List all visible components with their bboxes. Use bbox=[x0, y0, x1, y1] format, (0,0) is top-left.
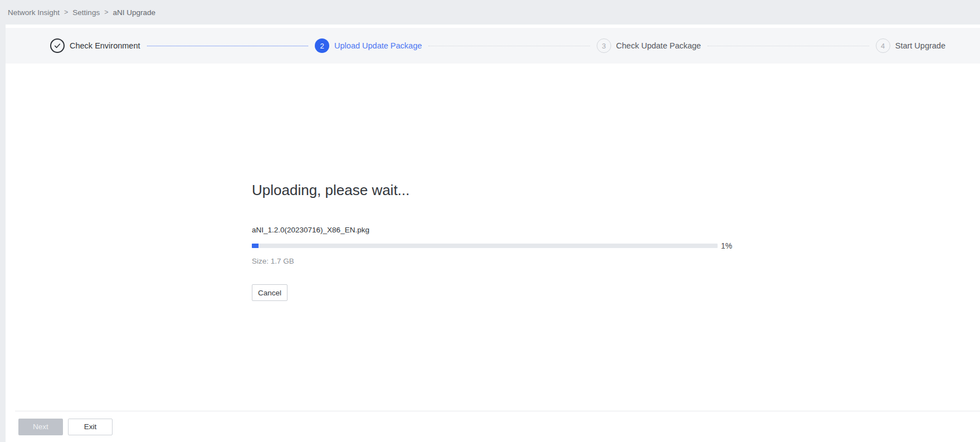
step-label-start-upgrade: Start Upgrade bbox=[895, 41, 945, 50]
check-icon bbox=[50, 38, 65, 53]
step-connector bbox=[147, 46, 309, 46]
content-panel: Check Environment 2 Upload Update Packag… bbox=[6, 25, 980, 442]
breadcrumb-item-network-insight[interactable]: Network Insight bbox=[8, 8, 60, 17]
breadcrumb: Network Insight > Settings > aNI Upgrade bbox=[0, 0, 980, 25]
step-number-badge: 2 bbox=[315, 38, 329, 53]
upload-status-heading: Uploading, please wait... bbox=[252, 64, 980, 199]
page: Network Insight > Settings > aNI Upgrade… bbox=[0, 0, 980, 442]
progress-percent-label: 1% bbox=[721, 241, 732, 250]
exit-button[interactable]: Exit bbox=[68, 419, 113, 435]
breadcrumb-item-ani-upgrade: aNI Upgrade bbox=[113, 8, 155, 17]
step-number-badge: 4 bbox=[876, 38, 890, 53]
progress-bar bbox=[252, 244, 718, 248]
footer-bar: Next Exit bbox=[15, 411, 980, 442]
next-button[interactable]: Next bbox=[18, 419, 63, 435]
file-size-label: Size: 1.7 GB bbox=[252, 257, 980, 265]
step-start-upgrade: 4 Start Upgrade bbox=[876, 38, 945, 53]
cancel-button[interactable]: Cancel bbox=[252, 284, 287, 301]
step-label-check-update-package: Check Update Package bbox=[616, 41, 701, 50]
breadcrumb-separator: > bbox=[104, 8, 108, 16]
step-check-environment: Check Environment bbox=[50, 38, 140, 53]
step-upload-update-package: 2 Upload Update Package bbox=[315, 38, 422, 53]
step-connector bbox=[708, 46, 869, 46]
step-number-badge: 3 bbox=[597, 38, 611, 53]
upload-content: Uploading, please wait... aNI_1.2.0(2023… bbox=[6, 64, 980, 411]
step-label-upload-update-package: Upload Update Package bbox=[334, 41, 422, 50]
breadcrumb-separator: > bbox=[64, 8, 68, 16]
upgrade-stepper: Check Environment 2 Upload Update Packag… bbox=[6, 28, 980, 64]
step-label-check-environment: Check Environment bbox=[70, 41, 140, 50]
progress-row: 1% bbox=[252, 241, 980, 250]
step-check-update-package: 3 Check Update Package bbox=[597, 38, 701, 53]
progress-fill bbox=[252, 244, 259, 248]
upload-file-name: aNI_1.2.0(20230716)_X86_EN.pkg bbox=[252, 226, 980, 234]
step-connector bbox=[428, 46, 590, 46]
breadcrumb-item-settings[interactable]: Settings bbox=[72, 8, 100, 17]
